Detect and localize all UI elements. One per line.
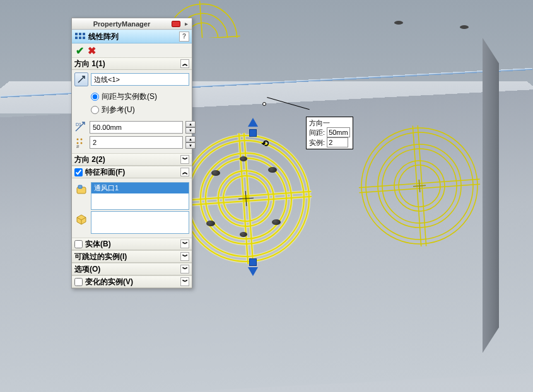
property-manager-panel: PropertyManager ▸ 线性阵列 ? ✔ ✖ 方向 1(1) ︽ 间… — [71, 18, 192, 289]
section-direction2-header[interactable]: 方向 2(2) ︾ — [72, 153, 192, 166]
top-hole — [460, 25, 469, 29]
pm-title: PropertyManager — [73, 20, 170, 28]
spacing-up[interactable]: ▲ — [185, 121, 196, 127]
pattern-callout[interactable]: 方向一 间距: 50mm 实例: 2 — [306, 117, 353, 149]
section-vary-title: 变化的实例(V) — [85, 277, 180, 287]
svg-text:D1: D1 — [76, 122, 81, 127]
pin-icon[interactable] — [172, 20, 180, 28]
cancel-button[interactable]: ✖ — [88, 45, 96, 57]
svg-point-48 — [81, 139, 83, 141]
callout-title: 方向一 — [309, 118, 350, 127]
instances-down[interactable]: ▼ — [185, 142, 196, 149]
instances-input[interactable] — [90, 136, 183, 149]
section-skip-title: 可跳过的实例(I) — [74, 251, 180, 262]
svg-rect-43 — [75, 33, 78, 35]
features-listbox[interactable]: 通风口1 — [91, 182, 189, 210]
direction-edge-input[interactable] — [91, 73, 189, 86]
svg-rect-41 — [79, 37, 81, 39]
features-checkbox[interactable] — [74, 168, 83, 176]
section-direction1-title: 方向 1(1) — [74, 59, 180, 69]
svg-rect-40 — [75, 37, 78, 39]
radio-up-to-reference[interactable]: 到参考(U) — [91, 103, 189, 117]
ok-button[interactable]: ✔ — [76, 45, 84, 57]
section-vary-header[interactable]: 变化的实例(V) ︾ — [72, 275, 192, 288]
section-bodies-header[interactable]: 实体(B) ︾ — [72, 238, 192, 250]
top-hole — [394, 21, 403, 25]
feature-icon — [74, 182, 88, 196]
section-options-header[interactable]: 选项(O) ︾ — [72, 263, 192, 275]
spacing-spinner[interactable]: ▲ ▼ — [185, 121, 196, 134]
collapse-icon[interactable]: ︽ — [180, 59, 189, 68]
section-direction1-body: 间距与实例数(S) 到参考(U) D1 ▲ ▼ # ▲ ▼ — [72, 70, 192, 153]
expand-icon[interactable]: ︾ — [180, 252, 189, 261]
svg-point-50 — [81, 142, 83, 144]
radio-spacing-instances[interactable]: 间距与实例数(S) — [91, 90, 189, 103]
collapse-icon[interactable]: ︽ — [180, 168, 189, 176]
svg-rect-42 — [83, 37, 85, 39]
svg-rect-53 — [78, 185, 82, 188]
expand-icon[interactable]: ︾ — [180, 277, 189, 286]
help-button[interactable]: ? — [179, 32, 189, 42]
bodies-checkbox[interactable] — [74, 240, 83, 248]
callout-instances-value[interactable]: 2 — [327, 137, 348, 147]
section-options-title: 选项(O) — [74, 264, 180, 275]
section-features-header[interactable]: 特征和面(F) ︽ — [72, 166, 192, 178]
reverse-direction-button[interactable] — [74, 72, 88, 86]
instances-icon: # — [74, 135, 87, 149]
body-icon — [74, 211, 88, 225]
callout-spacing-label: 间距: — [309, 128, 325, 137]
expand-icon[interactable]: ︾ — [180, 239, 189, 248]
pm-confirm-bar: ✔ ✖ — [72, 43, 192, 57]
section-features-body: 通风口1 — [72, 178, 192, 238]
section-features-title: 特征和面(F) — [85, 167, 180, 178]
feature-item-selected[interactable]: 通风口1 — [91, 183, 189, 193]
svg-line-39 — [419, 180, 419, 192]
expand-right-icon[interactable]: ▸ — [182, 20, 190, 28]
pm-feature-header: 线性阵列 ? — [72, 30, 192, 43]
svg-rect-44 — [79, 33, 81, 35]
section-direction2-title: 方向 2(2) — [74, 154, 180, 165]
section-direction1-header[interactable]: 方向 1(1) ︽ — [72, 57, 192, 70]
callout-spacing-value[interactable]: 50mm — [327, 127, 350, 137]
pm-titlebar: PropertyManager ▸ — [72, 18, 192, 30]
section-skip-header[interactable]: 可跳过的实例(I) ︾ — [72, 250, 192, 263]
svg-point-47 — [77, 139, 79, 141]
radio-ref-label: 到参考(U) — [102, 105, 135, 115]
faces-listbox[interactable] — [91, 211, 189, 234]
vary-checkbox[interactable] — [74, 278, 83, 286]
spacing-down[interactable]: ▼ — [185, 127, 196, 134]
spacing-input[interactable] — [90, 121, 183, 134]
radio-spacing-label: 间距与实例数(S) — [102, 91, 157, 102]
section-bodies-title: 实体(B) — [85, 239, 180, 250]
vent-pattern-preview — [353, 120, 486, 254]
expand-icon[interactable]: ︾ — [180, 265, 189, 274]
callout-instances-label: 实例: — [309, 138, 325, 147]
svg-rect-45 — [83, 33, 85, 35]
linear-pattern-icon — [74, 32, 86, 42]
svg-text:#: # — [76, 144, 79, 149]
callout-anchor — [262, 102, 266, 106]
svg-line-4 — [200, 1, 205, 38]
instances-up[interactable]: ▲ — [185, 136, 196, 142]
pm-feature-name: 线性阵列 — [88, 32, 179, 42]
instances-spinner[interactable]: ▲ ▼ — [185, 136, 196, 149]
expand-icon[interactable]: ︾ — [180, 155, 189, 164]
spacing-icon: D1 — [74, 120, 87, 134]
